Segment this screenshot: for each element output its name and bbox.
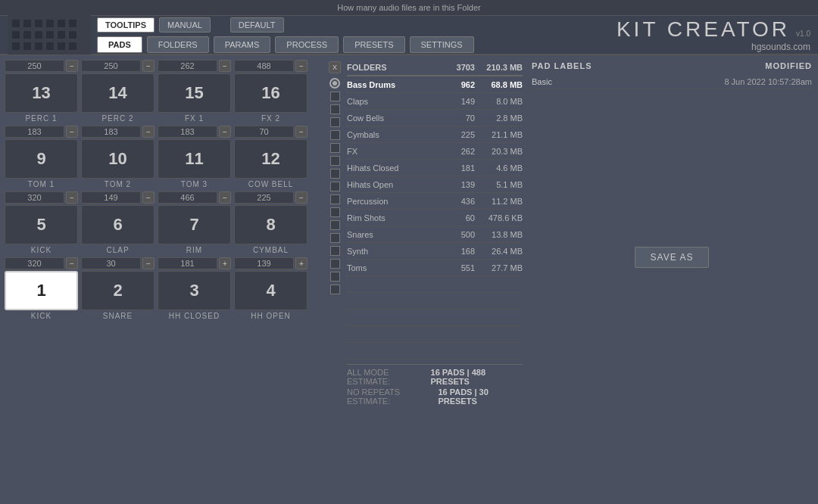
pad-btn-10[interactable]: 10 xyxy=(81,139,155,179)
folder-size-bass-drums: 68.8 MB xyxy=(477,80,523,89)
folder-name-hihats-open: Hihats Open xyxy=(347,180,439,189)
params-button[interactable]: PARAMS xyxy=(214,36,271,53)
pad-btn-12[interactable]: 12 xyxy=(234,139,308,179)
pad-num-row-7: 466 − xyxy=(158,191,231,204)
default-button[interactable]: DEFAULT xyxy=(230,17,284,33)
settings-button[interactable]: SETTINGS xyxy=(410,36,474,53)
dot xyxy=(69,42,76,50)
right-panel-header: PAD LABELS MODIFIED xyxy=(532,61,812,70)
folder-row-empty5[interactable] xyxy=(347,343,523,359)
pad-minus-14[interactable]: − xyxy=(142,60,155,72)
all-mode-estimate-row: ALL MODE ESTIMATE: 16 PADS | 488 PRESETS xyxy=(347,368,523,386)
tooltips-button[interactable]: TOOLTIPS xyxy=(97,17,155,33)
folder-row-bass-drums[interactable]: Bass Drums 962 68.8 MB xyxy=(347,76,523,93)
folder-row-snares[interactable]: Snares 500 13.8 MB xyxy=(347,226,523,243)
checkbox-hihats-closed[interactable] xyxy=(330,143,340,153)
x-button[interactable]: X xyxy=(329,61,341,73)
pad-minus-13[interactable]: − xyxy=(66,60,78,72)
pad-btn-8[interactable]: 8 xyxy=(234,205,308,244)
pad-btn-2[interactable]: 2 xyxy=(81,271,155,310)
folder-row-percussion[interactable]: Percussion 436 11.2 MB xyxy=(347,193,523,210)
folder-row-empty3[interactable] xyxy=(347,310,523,326)
pad-plus-3[interactable]: + xyxy=(219,257,231,269)
checkbox-rim-shots[interactable] xyxy=(330,182,340,191)
pad-label-10: TOM 2 xyxy=(81,180,155,188)
pad-btn-13[interactable]: 13 xyxy=(5,73,78,113)
checkbox-toms[interactable] xyxy=(330,220,340,230)
pad-num-14: 250 xyxy=(81,60,141,72)
dot xyxy=(46,42,54,50)
pad-btn-1[interactable]: 1 xyxy=(5,271,78,310)
folder-row-rim-shots[interactable]: Rim Shots 60 478.6 KB xyxy=(347,210,523,226)
pad-minus-10[interactable]: − xyxy=(142,126,155,138)
pad-minus-12[interactable]: − xyxy=(295,126,308,138)
folder-row-hihats-open[interactable]: Hihats Open 139 5.1 MB xyxy=(347,176,523,193)
presets-button[interactable]: PRESETS xyxy=(343,36,404,53)
dot xyxy=(69,20,76,27)
checkbox-cymbals[interactable] xyxy=(330,117,340,127)
pads-button[interactable]: PADS xyxy=(97,36,142,53)
pad-minus-9[interactable]: − xyxy=(66,126,78,138)
pad-btn-11[interactable]: 11 xyxy=(158,139,231,179)
pad-minus-8[interactable]: − xyxy=(295,191,308,204)
folders-button[interactable]: FOLDERS xyxy=(147,36,209,53)
folder-name-fx: FX xyxy=(347,147,439,156)
pad-btn-5[interactable]: 5 xyxy=(5,205,78,244)
checkbox-empty4[interactable] xyxy=(330,272,340,282)
folder-row-empty2[interactable] xyxy=(347,293,523,310)
pad-btn-7[interactable]: 7 xyxy=(158,205,231,244)
folder-row-toms[interactable]: Toms 551 27.7 MB xyxy=(347,260,523,276)
folder-row-synth[interactable]: Synth 168 26.4 MB xyxy=(347,243,523,260)
folder-row-fx[interactable]: FX 262 20.3 MB xyxy=(347,143,523,160)
pad-minus-7[interactable]: − xyxy=(219,191,231,204)
checkbox-claps[interactable] xyxy=(330,92,340,101)
header-controls: TOOLTIPS MANUAL DEFAULT PADS FOLDERS PAR… xyxy=(97,17,474,53)
folder-row-hihats-closed[interactable]: Hihats Closed 181 4.6 MB xyxy=(347,160,523,176)
pad-minus-16[interactable]: − xyxy=(295,60,308,72)
pad-btn-6[interactable]: 6 xyxy=(81,205,155,244)
pad-minus-2[interactable]: − xyxy=(142,257,155,269)
pad-minus-6[interactable]: − xyxy=(142,191,155,204)
pad-btn-3[interactable]: 3 xyxy=(158,271,231,310)
pad-btn-4[interactable]: 4 xyxy=(234,271,308,310)
folder-row-empty4[interactable] xyxy=(347,326,523,343)
pad-label-4: HH OPEN xyxy=(234,312,308,320)
pad-btn-15[interactable]: 15 xyxy=(158,73,231,113)
dot xyxy=(35,42,42,50)
checkbox-strip: X xyxy=(326,55,344,500)
manual-button[interactable]: MANUAL xyxy=(159,17,211,33)
folder-size-synth: 26.4 MB xyxy=(477,247,523,256)
pad-minus-5[interactable]: − xyxy=(66,191,78,204)
pad-minus-1[interactable]: − xyxy=(66,257,78,269)
radio-bass-drums[interactable] xyxy=(329,78,340,89)
pad-minus-11[interactable]: − xyxy=(219,126,231,138)
pad-btn-14[interactable]: 14 xyxy=(81,73,155,113)
checkbox-fx[interactable] xyxy=(330,130,340,140)
checkbox-empty1[interactable] xyxy=(330,233,340,243)
folder-row-claps[interactable]: Claps 149 8.0 MB xyxy=(347,93,523,110)
checkbox-snares[interactable] xyxy=(330,194,340,204)
checkbox-empty3[interactable] xyxy=(330,259,340,269)
checkbox-hihats-open[interactable] xyxy=(330,156,340,166)
pad-cell-14: 250 − 14 PERC 2 xyxy=(81,60,155,123)
pad-num-13: 250 xyxy=(5,60,64,72)
checkbox-empty2[interactable] xyxy=(330,246,340,256)
pad-label-13: PERC 1 xyxy=(5,114,78,123)
checkbox-cowbells[interactable] xyxy=(330,104,340,114)
process-button[interactable]: PROCESS xyxy=(275,36,339,53)
pad-btn-16[interactable]: 16 xyxy=(234,73,308,113)
save-as-button[interactable]: SAVE AS xyxy=(635,247,710,268)
pad-minus-15[interactable]: − xyxy=(219,60,231,72)
pad-plus-4[interactable]: + xyxy=(295,257,308,269)
checkbox-synth[interactable] xyxy=(330,207,340,217)
checkbox-percussion[interactable] xyxy=(330,169,340,179)
folder-row-empty1[interactable] xyxy=(347,276,523,293)
dot xyxy=(12,42,20,50)
folder-row-cymbals[interactable]: Cymbals 225 21.1 MB xyxy=(347,126,523,143)
dot xyxy=(58,20,65,27)
folder-count-bass-drums: 962 xyxy=(441,80,475,89)
pad-label-entry-basic[interactable]: Basic 8 Jun 2022 10:57:28am xyxy=(532,75,812,89)
checkbox-empty5[interactable] xyxy=(330,285,340,294)
folder-row-cowbells[interactable]: Cow Bells 70 2.8 MB xyxy=(347,110,523,126)
pad-btn-9[interactable]: 9 xyxy=(5,139,78,179)
